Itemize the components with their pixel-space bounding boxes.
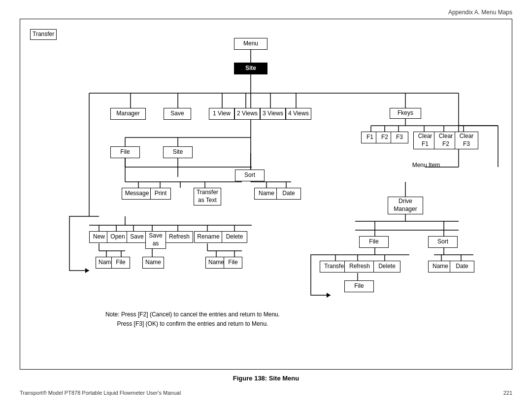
file-drive-box: File <box>359 236 389 248</box>
rename-box: Rename <box>194 231 223 243</box>
f3-box: F3 <box>391 132 408 143</box>
note-line1: Note: Press [F2] (Cancel) to cancel the … <box>105 311 280 318</box>
footer-left: Transport® Model PT878 Portable Liquid F… <box>20 390 181 396</box>
note-text: Note: Press [F2] (Cancel) to cancel the … <box>69 310 316 329</box>
main-content: Menu Site Manager Save 1 View 2 Views 3 … <box>20 19 512 370</box>
figure-caption-text: Figure 138: Site Menu <box>233 375 299 382</box>
date-drive-box: Date <box>450 261 474 273</box>
print-box: Print <box>150 188 171 200</box>
file-right-box: File <box>224 257 242 269</box>
open-box: Open <box>107 231 129 243</box>
save-top-box: Save <box>164 108 191 120</box>
site-box: Site <box>234 63 267 74</box>
delete-left-box: Delete <box>222 231 247 243</box>
view3-box: 3 Views <box>260 108 286 120</box>
refresh-left-box: Refresh <box>166 231 193 243</box>
diagram: Menu Site Manager Save 1 View 2 Views 3 … <box>30 29 502 349</box>
transfer-box: Transfer <box>30 29 57 40</box>
clear-f1-box: Clear F1 <box>413 132 437 149</box>
view1-box: 1 View <box>209 108 234 120</box>
new-box: New <box>89 231 109 243</box>
name-top-box: Name <box>254 188 279 200</box>
footer-right: 221 <box>503 390 512 396</box>
save-btn-box: Save <box>127 231 147 243</box>
page-footer: Transport® Model PT878 Portable Liquid F… <box>0 385 532 401</box>
sort-top-box: Sort <box>235 170 265 181</box>
message-box: Message <box>122 188 152 200</box>
view4-box: 4 Views <box>286 108 311 120</box>
manager-box: Manager <box>110 108 146 120</box>
drive-manager-box: Drive Manager <box>388 197 423 214</box>
clear-f2-box: Clear F2 <box>434 132 458 149</box>
refresh-drive-box: Refresh <box>344 261 375 273</box>
site-mid-box: Site <box>163 146 193 158</box>
transfer-as-text-box: Transfer as Text <box>194 188 221 206</box>
svg-marker-76 <box>327 293 331 298</box>
file-ll-box: File <box>111 257 130 269</box>
clear-f3-box: Clear F3 <box>455 132 478 149</box>
menu-box: Menu <box>234 38 267 50</box>
save-as-box: Save as <box>145 231 166 249</box>
note-line2: Press [F3] (OK) to confirm the entries a… <box>117 320 268 327</box>
figure-caption: Figure 138: Site Menu <box>0 375 532 382</box>
file-drive-bot-box: File <box>344 280 374 292</box>
menu-item-box: Menu Item <box>408 160 444 171</box>
name-drive-box: Name <box>428 261 453 273</box>
page-header: Appendix A. Menu Maps <box>0 0 532 19</box>
file-left-box: File <box>110 146 140 158</box>
fkeys-box: Fkeys <box>390 108 421 119</box>
svg-marker-75 <box>85 268 89 273</box>
header-text: Appendix A. Menu Maps <box>448 9 512 16</box>
sort-drive-box: Sort <box>428 236 458 248</box>
name-lr-box: Name <box>142 257 164 269</box>
delete-drive-box: Delete <box>373 261 400 273</box>
view2-box: 2 Views <box>234 108 260 120</box>
date-top-box: Date <box>276 188 301 200</box>
